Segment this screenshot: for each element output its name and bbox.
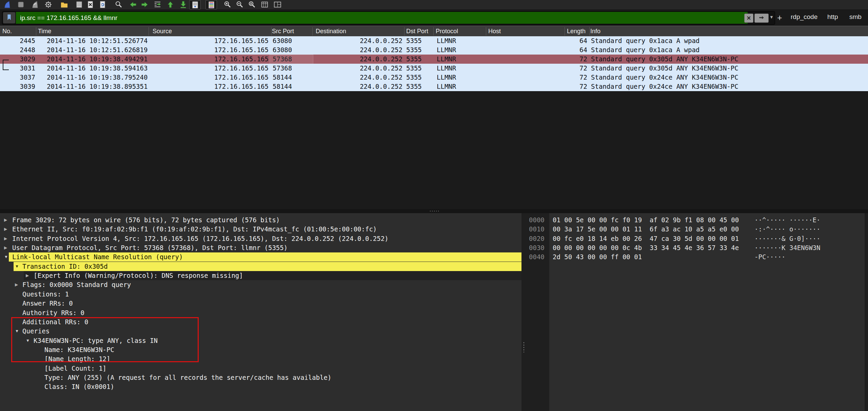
detail-line[interactable]: ▼Link-local Multicast Name Resolution (q…	[0, 252, 521, 262]
hex-row-0030[interactable]: 003000 00 00 00 00 00 0c 4b 33 34 45 4e …	[521, 243, 868, 252]
detail-line[interactable]: ▶Frame 3029: 72 bytes on wire (576 bits)…	[0, 215, 521, 225]
column-divider[interactable]	[312, 27, 313, 36]
capture-options-icon[interactable]	[43, 0, 53, 9]
detail-line[interactable]: ▼Queries	[0, 327, 521, 336]
column-header-src-port[interactable]: Src Port	[272, 26, 294, 37]
expand-arrow-icon[interactable]: ▶	[4, 243, 7, 252]
filter-preset-smb[interactable]: smb	[849, 13, 862, 21]
packet-row-3031[interactable]: 30312014-11-16 10:19:38.594163172.16.165…	[0, 64, 868, 73]
auto-scroll-icon[interactable]	[189, 0, 201, 9]
expand-arrow-icon[interactable]: ▶	[4, 234, 7, 243]
cell-source: 172.16.165.165	[149, 64, 269, 73]
hex-row-0000[interactable]: 000001 00 5e 00 00 fc f0 19 af 02 9b f1 …	[521, 215, 868, 225]
splitter-grip-icon[interactable]	[429, 210, 439, 212]
stop-capture-icon[interactable]	[16, 0, 25, 9]
detail-text: Ethernet II, Src: f0:19:af:02:9b:f1 (f0:…	[12, 225, 377, 234]
save-file-icon[interactable]	[74, 0, 84, 9]
detail-line[interactable]: ▶User Datagram Protocol, Src Port: 57368…	[0, 243, 521, 252]
collapse-arrow-icon[interactable]: ▼	[15, 262, 19, 271]
go-forward-icon[interactable]	[140, 0, 149, 9]
detail-line[interactable]: Authority RRs: 0	[0, 308, 521, 317]
detail-line[interactable]: ▼K34EN6W3N-PC: type ANY, class IN	[0, 336, 521, 345]
pane-splitter[interactable]	[0, 209, 868, 213]
packet-row-3029[interactable]: 30292014-11-16 10:19:38.494291172.16.165…	[0, 55, 868, 64]
column-header-protocol[interactable]: Protocol	[436, 26, 458, 37]
expand-arrow-icon[interactable]: ▶	[4, 225, 7, 234]
collapse-arrow-icon[interactable]: ▼	[4, 252, 8, 262]
reload-file-icon[interactable]	[98, 0, 107, 9]
wireshark-window: ip.src == 172.16.165.165 && llmnr ✕ ▼ + …	[0, 0, 868, 411]
detail-line[interactable]: Questions: 1	[0, 290, 521, 299]
filter-bookmark-button[interactable]	[3, 12, 15, 23]
packet-details-pane: ▶Frame 3029: 72 bytes on wire (576 bits)…	[0, 213, 521, 411]
hex-row-0010[interactable]: 001000 3a 17 5e 00 00 01 11 6f a3 ac 10 …	[521, 225, 868, 234]
filter-preset-http[interactable]: http	[827, 13, 838, 21]
column-divider[interactable]	[589, 27, 590, 36]
column-header-host[interactable]: Host	[488, 26, 501, 37]
go-last-packet-icon[interactable]	[178, 0, 188, 9]
hex-row-0020[interactable]: 002000 fc e0 18 14 eb 00 26 47 ca 30 5d …	[521, 234, 868, 243]
go-to-packet-icon[interactable]	[153, 0, 162, 9]
collapse-arrow-icon[interactable]: ▼	[15, 327, 19, 336]
column-header-length[interactable]: Length	[567, 26, 586, 37]
filter-preset-rdp_code[interactable]: rdp_code	[791, 13, 817, 21]
zoom-100-icon[interactable]	[247, 0, 256, 9]
column-header-destination[interactable]: Destination	[316, 26, 346, 37]
layout-panes-icon[interactable]	[273, 0, 282, 9]
hex-row-0040[interactable]: 00402d 50 43 00 00 ff 00 01-PC·····	[521, 252, 868, 262]
column-divider[interactable]	[36, 27, 36, 36]
detail-line[interactable]: Additional RRs: 0	[0, 317, 521, 327]
colorize-packets-icon[interactable]	[205, 0, 217, 9]
detail-line[interactable]: Class: IN (0x0001)	[0, 382, 521, 391]
detail-line[interactable]: Type: ANY (255) (A request for all recor…	[0, 373, 521, 382]
go-back-icon[interactable]	[128, 0, 138, 9]
detail-line[interactable]: ▶Ethernet II, Src: f0:19:af:02:9b:f1 (f0…	[0, 225, 521, 234]
column-header-info[interactable]: Info	[590, 26, 600, 37]
open-file-icon[interactable]	[59, 0, 69, 9]
column-header-no-[interactable]: No.	[2, 26, 12, 37]
column-divider[interactable]	[149, 27, 149, 36]
close-file-icon[interactable]	[85, 0, 95, 9]
expand-arrow-icon[interactable]: ▶	[26, 271, 29, 280]
detail-line[interactable]: [Name Length: 12]	[0, 354, 521, 364]
find-packet-icon[interactable]	[114, 0, 123, 9]
detail-line[interactable]: ▶Flags: 0x0000 Standard query	[0, 280, 521, 289]
detail-line[interactable]: ▶Internet Protocol Version 4, Src: 172.1…	[0, 234, 521, 243]
detail-line[interactable]: ▼Transaction ID: 0x305d	[0, 262, 521, 271]
detail-line[interactable]: Answer RRs: 0	[0, 299, 521, 308]
cell-length: 72	[563, 82, 587, 91]
packet-row-2445[interactable]: 24452014-11-16 10:12:51.526774172.16.165…	[0, 36, 868, 45]
cell-dst-port: 5355	[406, 45, 422, 55]
expand-arrow-icon[interactable]: ▶	[4, 215, 7, 225]
packet-row-3039[interactable]: 30392014-11-16 10:19:38.895351172.16.165…	[0, 82, 868, 91]
detail-text: [Expert Info (Warning/Protocol): DNS res…	[34, 271, 243, 280]
go-first-packet-icon[interactable]	[165, 0, 175, 9]
column-divider[interactable]	[271, 27, 272, 36]
cell-protocol: LLMNR	[437, 36, 456, 45]
column-header-source[interactable]: Source	[153, 26, 172, 37]
column-divider[interactable]	[565, 27, 565, 36]
column-divider[interactable]	[486, 27, 486, 36]
column-header-dst-port[interactable]: Dst Port	[406, 26, 428, 37]
zoom-in-icon[interactable]	[222, 0, 232, 9]
restart-capture-icon[interactable]	[30, 0, 39, 9]
column-divider[interactable]	[404, 27, 405, 36]
start-capture-icon[interactable]	[2, 0, 12, 9]
cell-no: 2448	[0, 45, 35, 55]
display-filter-input[interactable]: ip.src == 172.16.165.165 && llmnr	[16, 12, 748, 24]
column-header-time[interactable]: Time	[38, 26, 51, 37]
detail-line[interactable]: ▶[Expert Info (Warning/Protocol): DNS re…	[0, 271, 521, 280]
zoom-out-icon[interactable]	[235, 0, 244, 9]
filter-apply-button[interactable]	[754, 14, 769, 23]
filter-history-caret-icon[interactable]: ▼	[769, 15, 774, 20]
packet-row-2448[interactable]: 24482014-11-16 10:12:51.626819172.16.165…	[0, 45, 868, 55]
expand-arrow-icon[interactable]: ▶	[15, 280, 18, 289]
add-filter-button[interactable]: +	[777, 12, 782, 24]
column-divider[interactable]	[433, 27, 434, 36]
packet-row-3037[interactable]: 30372014-11-16 10:19:38.795240172.16.165…	[0, 73, 868, 82]
collapse-arrow-icon[interactable]: ▼	[26, 336, 30, 345]
detail-line[interactable]: Name: K34EN6W3N-PC	[0, 345, 521, 354]
detail-line[interactable]: [Label Count: 1]	[0, 364, 521, 373]
filter-clear-button[interactable]: ✕	[744, 14, 753, 23]
resize-columns-icon[interactable]	[260, 0, 269, 9]
